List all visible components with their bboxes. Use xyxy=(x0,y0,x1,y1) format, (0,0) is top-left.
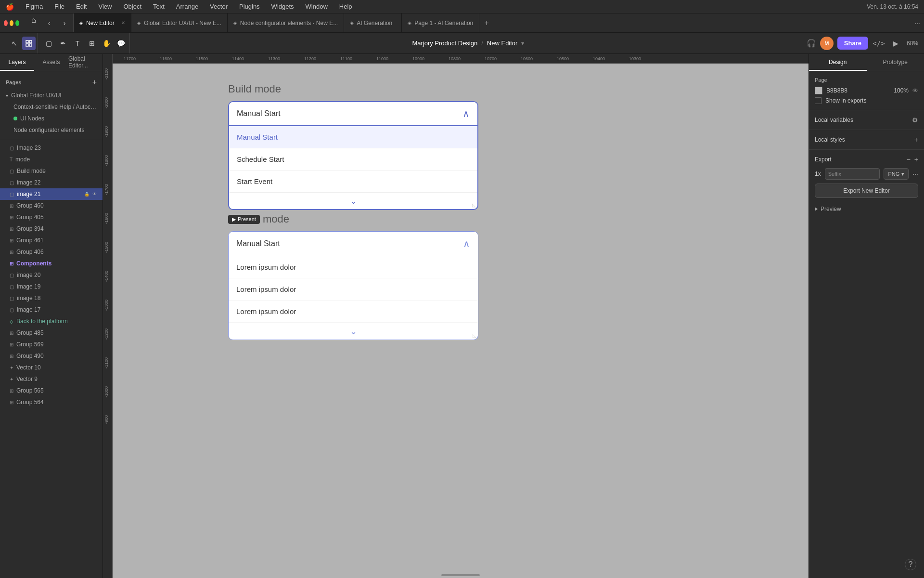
layer-components[interactable]: ⊞ Components xyxy=(0,258,103,269)
figma-home-button[interactable]: ⌂ xyxy=(27,13,40,27)
menu-vector[interactable]: Vector xyxy=(208,2,230,11)
resources-tool[interactable]: ⊞ xyxy=(85,37,99,50)
preview-row[interactable]: Preview xyxy=(815,204,918,214)
layer-group564[interactable]: ⊞ Group 564 xyxy=(0,396,103,408)
dropdown-arrow-icon[interactable]: ▾ xyxy=(521,40,524,47)
page-color-value[interactable]: B8B8B8 xyxy=(826,87,890,94)
export-new-editor-button[interactable]: Export New Editor xyxy=(815,184,918,198)
menu-help[interactable]: Help xyxy=(337,2,354,11)
menu-object[interactable]: Object xyxy=(121,2,143,11)
layer-group460[interactable]: ⊞ Group 460 xyxy=(0,200,103,211)
menu-widgets[interactable]: Widgets xyxy=(270,2,296,11)
page-global-editor[interactable]: ▾ Global Editor UX/UI xyxy=(0,90,103,101)
comment-tool[interactable]: 💬 xyxy=(114,37,128,50)
add-page-button[interactable]: + xyxy=(92,78,97,87)
tab-new-editor[interactable]: ◈ New Editor ✕ xyxy=(74,13,131,32)
present-mode-dropdown-header[interactable]: Manual Start ∧ xyxy=(229,232,478,256)
zoom-level[interactable]: 68% xyxy=(907,40,918,47)
menu-edit[interactable]: Edit xyxy=(74,2,89,11)
nav-forward-button[interactable]: › xyxy=(58,16,71,30)
dropdown-option-lorem3[interactable]: Lorem ipsum dolor xyxy=(229,301,478,323)
global-editor-tab[interactable]: Global Editor... xyxy=(68,54,103,71)
share-button[interactable]: Share xyxy=(837,37,868,50)
layer-lock-icon[interactable]: 🔒 xyxy=(84,192,90,197)
help-button[interactable]: ? xyxy=(905,559,916,570)
dropdown-option-lorem1[interactable]: Lorem ipsum dolor xyxy=(229,256,478,278)
layer-group394[interactable]: ⊞ Group 394 xyxy=(0,223,103,235)
layer-group406[interactable]: ⊞ Group 406 xyxy=(0,246,103,258)
build-mode-dropdown-header[interactable]: Manual Start ∧ xyxy=(229,102,477,126)
tabs-overflow-button[interactable]: ··· xyxy=(914,19,920,27)
page-color-swatch[interactable] xyxy=(815,87,822,94)
layer-build-mode[interactable]: ▢ Build mode xyxy=(0,165,103,177)
dropdown-option-start-event[interactable]: Start Event xyxy=(229,171,477,192)
page-eye-icon[interactable]: 👁 xyxy=(912,87,918,94)
menu-file[interactable]: File xyxy=(52,2,66,11)
layer-group461[interactable]: ⊞ Group 461 xyxy=(0,235,103,246)
menu-figma[interactable]: Figma xyxy=(24,2,45,11)
export-scale-value[interactable]: 1x xyxy=(815,171,821,177)
frame-tool[interactable] xyxy=(22,37,36,50)
layer-image22[interactable]: ▢ image 22 xyxy=(0,177,103,188)
page-context-help[interactable]: Context-sensitive Help / Autocomplete... xyxy=(0,101,103,113)
export-suffix-field[interactable]: Suffix xyxy=(825,168,880,180)
add-local-style-button[interactable]: + xyxy=(914,136,918,144)
dropdown-option-lorem2[interactable]: Lorem ipsum dolor xyxy=(229,278,478,301)
layer-group569[interactable]: ⊞ Group 569 xyxy=(0,339,103,350)
play-button[interactable]: ▶ xyxy=(889,37,903,50)
layer-vector9[interactable]: ✦ Vector 9 xyxy=(0,373,103,385)
new-tab-button[interactable]: + xyxy=(479,13,494,32)
prototype-tab[interactable]: Prototype xyxy=(867,54,924,71)
tab-page1-ai[interactable]: ◈ Page 1 - AI Generation xyxy=(402,13,479,32)
pen-tool[interactable]: ✒ xyxy=(56,37,70,50)
dropdown-option-schedule-start[interactable]: Schedule Start xyxy=(229,148,477,171)
code-view-button[interactable]: </> xyxy=(872,37,886,50)
rectangle-tool[interactable]: ▢ xyxy=(42,37,55,50)
menu-window[interactable]: Window xyxy=(304,2,330,11)
tab-close-button[interactable]: ✕ xyxy=(121,20,125,26)
export-plus-button[interactable]: + xyxy=(914,156,918,163)
layer-group485[interactable]: ⊞ Group 485 xyxy=(0,327,103,339)
layer-group405[interactable]: ⊞ Group 405 xyxy=(0,211,103,223)
canvas-area[interactable]: -11700 -11600 -11500 -11400 -11300 -1120… xyxy=(103,54,808,578)
page-ui-nodes[interactable]: UI Nodes xyxy=(0,113,103,124)
show-in-exports-checkbox[interactable] xyxy=(815,97,821,104)
nav-back-button[interactable]: ‹ xyxy=(42,16,56,30)
layer-image19[interactable]: ▢ image 19 xyxy=(0,281,103,292)
close-button[interactable] xyxy=(4,20,8,26)
assets-tab[interactable]: Assets xyxy=(34,54,68,71)
hand-tool[interactable]: ✋ xyxy=(100,37,113,50)
export-minus-button[interactable]: − xyxy=(907,156,911,163)
tab-ai-generation[interactable]: ◈ AI Generation xyxy=(344,13,402,32)
minimize-button[interactable] xyxy=(10,20,13,26)
export-format-selector[interactable]: PNG ▾ xyxy=(884,168,909,180)
text-tool[interactable]: T xyxy=(71,37,84,50)
menu-view[interactable]: View xyxy=(96,2,114,11)
menu-arrange[interactable]: Arrange xyxy=(174,2,200,11)
maximize-button[interactable] xyxy=(15,20,19,26)
page-opacity-value[interactable]: 100% xyxy=(894,87,909,94)
menu-text[interactable]: Text xyxy=(151,2,167,11)
local-variables-icon[interactable]: ⚙ xyxy=(912,116,918,124)
layers-tab[interactable]: Layers xyxy=(0,54,34,71)
cursor-tool[interactable]: ↖ xyxy=(8,37,21,50)
layer-image20[interactable]: ▢ image 20 xyxy=(0,269,103,281)
layer-group490[interactable]: ⊞ Group 490 xyxy=(0,350,103,362)
canvas-scrollbar-horizontal[interactable] xyxy=(441,574,480,576)
page-node-configurator[interactable]: Node configurator elements xyxy=(0,124,103,136)
layer-vector10[interactable]: ✦ Vector 10 xyxy=(0,362,103,373)
layer-image18[interactable]: ▢ image 18 xyxy=(0,292,103,304)
layer-image23[interactable]: ▢ Image 23 xyxy=(0,142,103,154)
layer-back-platform[interactable]: ◇ Back to the platform xyxy=(0,315,103,327)
export-more-button[interactable]: ··· xyxy=(912,170,918,178)
menu-plugins[interactable]: Plugins xyxy=(237,2,262,11)
dropdown-option-manual-start[interactable]: Manual Start xyxy=(229,126,477,148)
layer-group565[interactable]: ⊞ Group 565 xyxy=(0,385,103,396)
layer-mode[interactable]: T mode xyxy=(0,154,103,165)
layer-image17[interactable]: ▢ image 17 xyxy=(0,304,103,315)
tab-global-editor[interactable]: ◈ Global Editor UX/UI - New E... xyxy=(131,13,228,32)
design-tab[interactable]: Design xyxy=(809,54,867,71)
tab-node-configurator[interactable]: ◈ Node configurator elements - New E... xyxy=(228,13,344,32)
layer-image21[interactable]: ▢ image 21 🔒 👁 xyxy=(0,188,103,200)
layer-eye-icon[interactable]: 👁 xyxy=(92,192,97,197)
